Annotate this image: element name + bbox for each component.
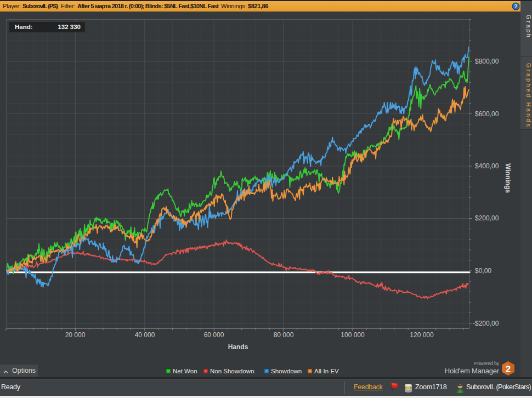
svg-text:$0,00: $0,00	[475, 267, 491, 275]
svg-text:$800,00: $800,00	[475, 58, 499, 65]
svg-text:$600,00: $600,00	[475, 110, 499, 118]
svg-text:60 000: 60 000	[204, 331, 224, 339]
svg-text:100 000: 100 000	[341, 331, 365, 339]
svg-text:2: 2	[506, 364, 511, 374]
svg-text:Hands: Hands	[228, 343, 248, 351]
svg-text:$400,00: $400,00	[475, 162, 499, 170]
svg-text:40 000: 40 000	[135, 331, 155, 339]
svg-text:120 000: 120 000	[410, 331, 434, 339]
svg-text:Winnings: Winnings	[504, 163, 512, 193]
svg-text:$200,00: $200,00	[475, 214, 499, 222]
svg-text:20 000: 20 000	[65, 331, 86, 339]
svg-text:-$200,00: -$200,00	[473, 320, 499, 327]
svg-text:80 000: 80 000	[274, 331, 294, 339]
svg-text:?: ?	[514, 3, 518, 9]
